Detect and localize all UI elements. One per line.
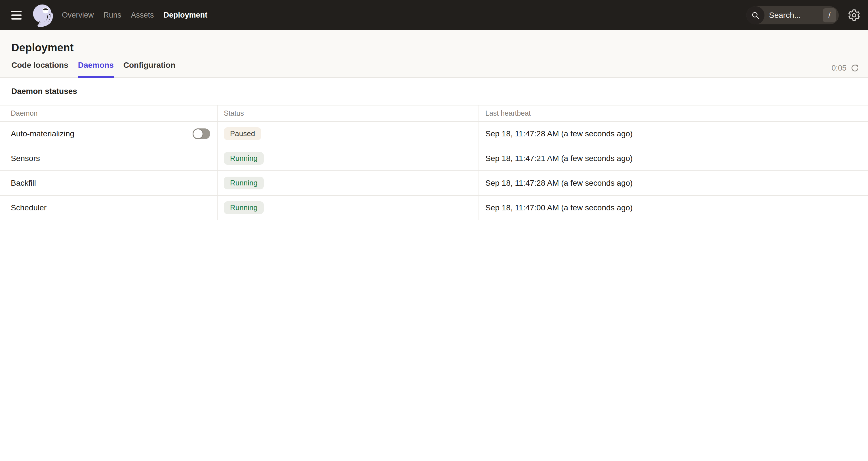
- status-badge: Paused: [224, 127, 261, 140]
- page-title: Deployment: [0, 30, 868, 54]
- nav-overview[interactable]: Overview: [62, 11, 94, 20]
- page-header: Deployment Code locations Daemons Config…: [0, 30, 868, 78]
- search-input[interactable]: Search... /: [746, 6, 839, 24]
- tab-code-locations[interactable]: Code locations: [11, 61, 68, 77]
- section-heading: Daemon statuses: [11, 87, 868, 96]
- daemon-table: Daemon Status Last heartbeat Auto-materi…: [0, 105, 868, 220]
- menu-icon[interactable]: [11, 11, 22, 20]
- nav-assets[interactable]: Assets: [131, 11, 154, 20]
- daemon-name: Backfill: [11, 178, 36, 188]
- main-nav: Overview Runs Assets Deployment: [62, 11, 207, 20]
- toggle-knob: [193, 128, 204, 139]
- tab-configuration[interactable]: Configuration: [123, 61, 176, 77]
- search-icon: [746, 6, 765, 24]
- status-badge: Running: [224, 177, 264, 189]
- tabs: Code locations Daemons Configuration: [0, 61, 175, 77]
- tab-daemons[interactable]: Daemons: [78, 61, 114, 77]
- settings-gear-icon[interactable]: [847, 8, 861, 22]
- nav-deployment[interactable]: Deployment: [164, 11, 208, 20]
- main-content: Daemon statuses Daemon Status Last heart…: [0, 87, 868, 220]
- column-header-daemon: Daemon: [0, 105, 217, 121]
- refresh-icon[interactable]: [850, 64, 860, 73]
- daemon-name: Sensors: [11, 154, 40, 163]
- column-header-last-heartbeat: Last heartbeat: [478, 105, 868, 121]
- nav-runs[interactable]: Runs: [103, 11, 121, 20]
- table-body: Auto-materializing Paused Sep 18, 11:47:…: [0, 122, 868, 220]
- search-shortcut-key: /: [823, 8, 836, 23]
- refresh-countdown: 0:05: [831, 64, 846, 73]
- last-heartbeat: Sep 18, 11:47:21 AM (a few seconds ago): [485, 154, 632, 163]
- table-row-backfill: Backfill Running Sep 18, 11:47:28 AM (a …: [0, 171, 868, 196]
- last-heartbeat: Sep 18, 11:47:28 AM (a few seconds ago): [485, 178, 632, 188]
- table-row-scheduler: Scheduler Running Sep 18, 11:47:00 AM (a…: [0, 196, 868, 220]
- status-badge: Running: [224, 201, 264, 214]
- last-heartbeat: Sep 18, 11:47:00 AM (a few seconds ago): [485, 203, 632, 212]
- auto-materialize-toggle[interactable]: [193, 128, 210, 139]
- refresh-control: 0:05: [831, 64, 868, 77]
- status-badge: Running: [224, 152, 264, 165]
- daemon-name: Auto-materializing: [11, 129, 74, 138]
- table-header: Daemon Status Last heartbeat: [0, 105, 868, 122]
- table-row-sensors: Sensors Running Sep 18, 11:47:21 AM (a f…: [0, 146, 868, 171]
- daemon-name: Scheduler: [11, 203, 46, 212]
- search-placeholder: Search...: [769, 11, 823, 20]
- last-heartbeat: Sep 18, 11:47:28 AM (a few seconds ago): [485, 129, 632, 138]
- dagster-logo-icon[interactable]: [30, 2, 57, 29]
- column-header-status: Status: [217, 105, 478, 121]
- table-row-auto-materializing: Auto-materializing Paused Sep 18, 11:47:…: [0, 122, 868, 146]
- top-navbar: Overview Runs Assets Deployment Search..…: [0, 0, 868, 30]
